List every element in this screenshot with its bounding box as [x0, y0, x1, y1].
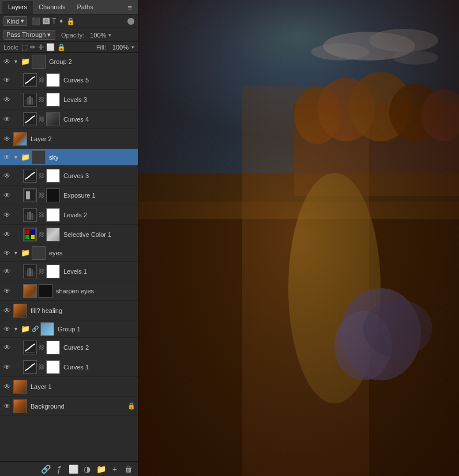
svg-rect-7 — [31, 97, 32, 104]
chain-link-icon: 🔗 — [32, 326, 39, 332]
layer-row[interactable]: 👁 ⛓Curves 2 — [0, 338, 138, 357]
levels-adjustment-icon — [23, 93, 37, 107]
tabs-bar: Layers Channels Paths ≡ — [0, 0, 138, 14]
visibility-eye-icon[interactable]: 👁 — [2, 115, 12, 124]
svg-rect-5 — [27, 97, 28, 104]
svg-rect-21 — [27, 212, 28, 220]
layer-row[interactable]: 👁 ⛓Curves 5 — [0, 70, 138, 90]
layer-row[interactable]: 👁 ⛓Curves 1 — [0, 357, 138, 377]
layer-row[interactable]: 👁 ⛓Exposure 1 — [0, 186, 138, 205]
visibility-eye-icon[interactable]: 👁 — [2, 306, 12, 315]
layer-row[interactable]: 👁Layer 2 — [0, 129, 138, 149]
layer-row[interactable]: 👁fill? healing — [0, 301, 138, 320]
mask-thumbnail — [46, 228, 60, 241]
layer-name-label: Levels 1 — [63, 268, 87, 275]
visibility-eye-icon[interactable]: 👁 — [2, 343, 12, 352]
fill-label: Fill: — [96, 44, 106, 51]
new-adjustment-icon[interactable]: ◑ — [81, 463, 93, 475]
layer-row[interactable]: 👁sharpen eyes — [0, 281, 138, 301]
svg-rect-32 — [27, 269, 28, 276]
visibility-eye-icon[interactable]: 👁 — [2, 171, 12, 180]
chain-link-icon: ⛓ — [39, 116, 44, 122]
layer-row[interactable]: 👁 ⛓Levels 2 — [0, 205, 138, 225]
visibility-eye-icon[interactable]: 👁 — [2, 324, 12, 334]
layer-row[interactable]: 👁 ⛓Levels 1 — [0, 262, 138, 281]
svg-rect-24 — [33, 215, 35, 220]
panel-menu-icon[interactable]: ≡ — [124, 2, 136, 13]
photo-svg — [138, 0, 459, 476]
layer-name-label: Layer 2 — [31, 135, 52, 142]
layer-row[interactable]: 👁▼📁Group 2 — [0, 53, 138, 70]
visibility-eye-icon[interactable]: 👁 — [2, 210, 12, 220]
visibility-eye-icon[interactable]: 👁 — [2, 57, 12, 66]
visibility-eye-icon[interactable]: 👁 — [2, 134, 12, 143]
svg-rect-26 — [25, 230, 29, 234]
link-layers-icon[interactable]: 🔗 — [40, 463, 51, 475]
layer-row[interactable]: 👁 ⛓Levels 3 — [0, 90, 138, 109]
filter-pixel-icon[interactable]: ⬛ — [32, 17, 40, 25]
tab-paths[interactable]: Paths — [72, 1, 99, 14]
filter-smart-icon[interactable]: 🔒 — [66, 17, 75, 25]
filter-kind-select[interactable]: Kind ▾ — [3, 16, 27, 26]
fill-value[interactable]: 100% — [109, 44, 129, 51]
folder-icon: 📁 — [21, 57, 30, 66]
layer-thumbnail — [40, 322, 54, 336]
layer-row[interactable]: 👁Background🔒 — [0, 396, 138, 416]
visibility-eye-icon[interactable]: 👁 — [2, 248, 12, 258]
layer-row[interactable]: 👁▼📁🔗Group 1 — [0, 320, 138, 338]
layer-name-label: Group 1 — [58, 326, 81, 333]
svg-rect-27 — [25, 235, 29, 239]
filter-adjustment-icon[interactable]: 🅰 — [43, 17, 50, 25]
svg-rect-62 — [138, 0, 459, 476]
selective-color-adjustment-icon — [23, 228, 37, 241]
layer-thumbnail — [23, 284, 37, 298]
new-layer-icon[interactable]: + — [109, 463, 121, 475]
group-expand-triangle[interactable]: ▼ — [13, 154, 18, 160]
lock-all-icon[interactable]: 🔒 — [57, 43, 66, 51]
mask-thumbnail — [39, 284, 52, 298]
filter-type-icon[interactable]: T — [52, 17, 56, 25]
layer-row[interactable]: 👁 ⛓Curves 3 — [0, 166, 138, 186]
visibility-eye-icon[interactable]: 👁 — [2, 286, 12, 296]
new-group-icon[interactable]: 📁 — [95, 463, 107, 475]
layer-row[interactable]: 👁Layer 1 — [0, 377, 138, 396]
lock-checkerboard-icon[interactable]: ⬚ — [21, 43, 28, 51]
lock-move-icon[interactable]: ✛ — [38, 43, 44, 51]
visibility-eye-icon[interactable]: 👁 — [2, 382, 12, 391]
layer-row[interactable]: 👁 ⛓Curves 4 — [0, 109, 138, 129]
tab-channels[interactable]: Channels — [33, 1, 71, 14]
mask-thumbnail — [46, 360, 60, 374]
layer-row[interactable]: 👁 ⛓Selective Color 1 — [0, 225, 138, 244]
mask-thumbnail — [46, 112, 60, 126]
add-style-icon[interactable]: ƒ — [54, 463, 65, 475]
tab-layers[interactable]: Layers — [2, 1, 33, 14]
visibility-eye-icon[interactable]: 👁 — [2, 402, 12, 411]
lock-row: Lock: ⬚ ✏ ✛ ⬜ 🔒 Fill: 100% ▾ — [0, 42, 138, 53]
lock-brush-icon[interactable]: ✏ — [30, 43, 36, 51]
visibility-eye-icon[interactable]: 👁 — [2, 230, 12, 239]
group-expand-triangle[interactable]: ▼ — [13, 250, 18, 256]
chain-link-icon: ⛓ — [39, 192, 44, 198]
chain-link-icon: ⛓ — [39, 211, 44, 218]
filter-shape-icon[interactable]: ✦ — [58, 17, 64, 25]
group-expand-triangle[interactable]: ▼ — [13, 326, 18, 332]
delete-layer-icon[interactable]: 🗑 — [123, 463, 134, 475]
visibility-eye-icon[interactable]: 👁 — [2, 153, 12, 162]
visibility-eye-icon[interactable]: 👁 — [2, 267, 12, 276]
mask-thumbnail — [46, 341, 60, 354]
add-mask-icon[interactable]: ⬜ — [67, 463, 79, 475]
layer-row[interactable]: 👁▼📁eyes — [0, 244, 138, 262]
svg-rect-16 — [26, 191, 30, 199]
group-expand-triangle[interactable]: ▼ — [13, 59, 18, 65]
lock-artboard-icon[interactable]: ⬜ — [46, 43, 55, 51]
blend-mode-select[interactable]: Pass Through ▾ — [3, 30, 55, 40]
visibility-eye-icon[interactable]: 👁 — [2, 95, 12, 104]
mask-thumbnail — [46, 188, 60, 202]
visibility-eye-icon[interactable]: 👁 — [2, 191, 12, 200]
opacity-value[interactable]: 100% — [86, 32, 106, 39]
svg-rect-29 — [31, 235, 35, 239]
photo-background — [138, 0, 459, 476]
visibility-eye-icon[interactable]: 👁 — [2, 362, 12, 372]
layer-row[interactable]: 👁▼📁sky — [0, 149, 138, 166]
visibility-eye-icon[interactable]: 👁 — [2, 75, 12, 85]
